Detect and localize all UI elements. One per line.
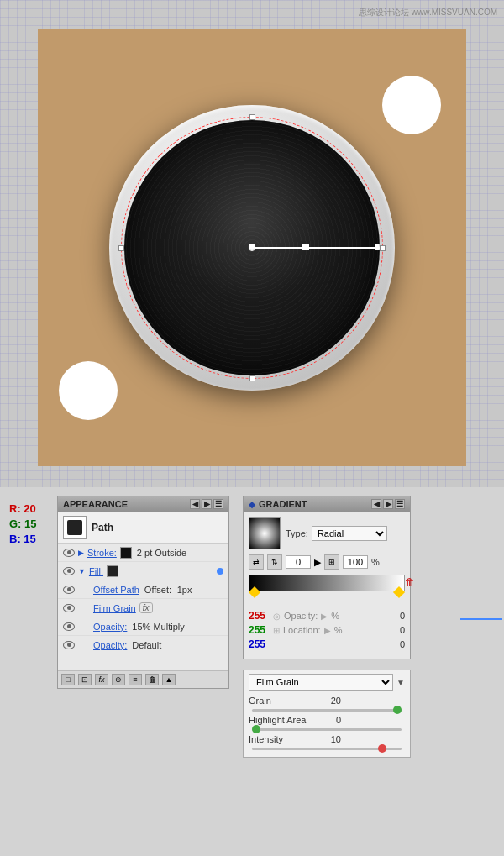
highlight-slider-row (249, 728, 405, 731)
menu-btn[interactable]: ☰ (213, 499, 223, 509)
gradient-type-label: Type: (286, 528, 308, 538)
opacity-default-row: Opacity: Default (58, 636, 228, 654)
offset-path-label[interactable]: Offset Path (93, 585, 139, 595)
film-grain-eye-pupil (67, 606, 71, 610)
fx-badge[interactable]: fx (139, 602, 153, 613)
rgb-b-value: B: 15 (9, 533, 45, 545)
pct-g: % (334, 625, 343, 635)
bottom-panel: R: 20 G: 15 B: 15 APPEARANCE ◀ ▶ ☰ Path (0, 487, 504, 856)
right-section: ◆ GRADIENT ◀ ▶ ☰ Type: (243, 496, 411, 758)
film-grain-select-row: Film Grain ▼ (249, 674, 405, 691)
fill-eye-icon[interactable] (63, 567, 75, 575)
gradient-type-row: Type: Radial (249, 517, 405, 549)
fill-arrow: ▼ (78, 567, 86, 575)
pct-r: % (331, 611, 339, 621)
grain-label: Grain (249, 696, 324, 706)
gradient-bar[interactable] (249, 575, 405, 591)
handle-right[interactable] (380, 245, 386, 251)
center-handle[interactable] (249, 244, 255, 251)
highlight-slider[interactable] (252, 728, 402, 731)
grain-value: 20 (324, 696, 341, 706)
fill-label[interactable]: Fill: (89, 566, 103, 576)
intensity-slider[interactable] (252, 748, 402, 750)
delete-btn[interactable]: 🗑 (145, 674, 159, 685)
opacity-default-label[interactable]: Opacity: (93, 640, 127, 650)
film-grain-label[interactable]: Film Grain (93, 603, 136, 613)
gradient-collapse-btn[interactable]: ◀ (371, 499, 381, 509)
gradient-location-input[interactable] (343, 555, 368, 569)
stroke-eye-icon[interactable] (63, 549, 75, 557)
intensity-label: Intensity (249, 734, 324, 744)
offset-eye-icon[interactable] (63, 586, 75, 594)
opacity-eye-icon[interactable] (63, 622, 75, 631)
offset-eye-pupil (67, 587, 71, 591)
opacity-default-eye[interactable] (63, 641, 75, 649)
arm-mid-handle[interactable] (302, 244, 309, 250)
gradient-title-text: GRADIENT (259, 499, 307, 509)
offset-value: Offset: -1px (144, 585, 192, 595)
arm-end-handle[interactable] (375, 244, 380, 250)
grain-slider[interactable] (252, 709, 402, 712)
highlight-value: 0 (324, 715, 341, 725)
fx-btn[interactable]: fx (95, 674, 108, 685)
gradient-reverse-btn[interactable]: ⇄ (249, 554, 264, 570)
slider-row-b: 255 0 (249, 638, 405, 650)
turntable (109, 105, 395, 391)
copy-btn[interactable]: ⊕ (112, 674, 125, 685)
panel-controls: ◀ ▶ ☰ (190, 499, 223, 509)
stroke-label[interactable]: Stroke: (87, 548, 117, 558)
gradient-panel-controls: ◀ ▶ ☰ (371, 499, 405, 509)
up-btn[interactable]: ▲ (162, 674, 176, 685)
gradient-expand-btn[interactable]: ▶ (383, 499, 393, 509)
gradient-panel: ◆ GRADIENT ◀ ▶ ☰ Type: (243, 496, 411, 659)
film-grain-dropdown-icon[interactable]: ▼ (396, 678, 405, 687)
film-grain-select[interactable]: Film Grain (249, 674, 393, 691)
grain-row: Grain 20 (249, 696, 405, 706)
appearance-content: Path ▶ Stroke: 2 pt Outside ▼ Fill: (58, 512, 228, 670)
gradient-type-select[interactable]: Radial (312, 526, 387, 541)
delete-stop-icon[interactable]: 🗑 (405, 576, 415, 588)
fill-color-thumb[interactable] (107, 565, 118, 577)
opacity-label[interactable]: Opacity: (93, 622, 127, 632)
highlight-slider-handle[interactable] (252, 725, 260, 733)
pct-label: % (371, 557, 380, 567)
handle-top[interactable] (249, 114, 255, 120)
gradient-angle-input[interactable] (286, 555, 311, 569)
location-icon: ⊞ (273, 626, 280, 635)
gradient-aspect-btn[interactable]: ⊞ (324, 554, 339, 570)
location-label-g: Location: (283, 625, 321, 635)
intensity-value: 10 (324, 734, 341, 744)
intensity-slider-handle[interactable] (378, 744, 386, 753)
stroke-color-thumb[interactable] (120, 547, 132, 559)
gradient-flip-btn[interactable]: ⇅ (267, 554, 282, 570)
arrow-g: ▶ (324, 626, 331, 635)
appearance-panel: APPEARANCE ◀ ▶ ☰ Path ▶ Stroke: (57, 496, 229, 689)
path-thumbnail (63, 516, 87, 539)
opacity-row: Opacity: 15% Multiply (58, 617, 228, 636)
expand-btn[interactable]: ▶ (202, 499, 212, 509)
appearance-titlebar: APPEARANCE ◀ ▶ ☰ (58, 496, 228, 512)
handle-left[interactable] (118, 245, 124, 251)
gradient-menu-btn[interactable]: ☰ (395, 499, 405, 509)
opacity-eye-pupil (67, 624, 71, 628)
stroke-fill-btn[interactable]: ⊡ (78, 674, 92, 685)
handle-bottom[interactable] (249, 375, 255, 381)
more-btn[interactable]: ≡ (129, 674, 142, 685)
opacity-value: 15% Multiply (132, 622, 184, 632)
film-grain-row: Film Grain fx (58, 599, 228, 617)
slider-row-g: 255 ⊞ Location: ▶ % 0 (249, 624, 405, 636)
opacity-icon: ◎ (273, 612, 281, 621)
fill-connector-dot (217, 568, 223, 575)
new-layer-btn[interactable]: □ (61, 674, 75, 685)
stroke-arrow: ▶ (78, 549, 84, 557)
fill-row: ▼ Fill: (58, 562, 228, 580)
grain-slider-row (249, 709, 405, 712)
slider-g-num: 0 (395, 625, 405, 635)
grain-slider-handle[interactable] (393, 706, 402, 714)
slider-row-r: 255 ◎ Opacity: ▶ % 0 (249, 610, 405, 622)
gradient-preview (249, 517, 281, 549)
arm-line[interactable] (252, 247, 378, 249)
eye-pupil (67, 550, 71, 554)
collapse-btn[interactable]: ◀ (190, 499, 200, 509)
film-grain-eye-icon[interactable] (63, 604, 75, 612)
